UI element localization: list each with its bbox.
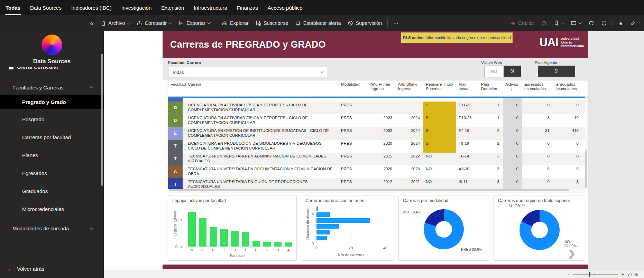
sidebar-item-graduados[interactable]: Graduados — [0, 184, 104, 198]
x-tick-label: J — [231, 248, 239, 252]
favorite-button[interactable]: ★ — [615, 20, 627, 27]
column-header-modalidad[interactable]: Modalidad — [339, 80, 368, 96]
table-row[interactable]: TLICENCIATURA EN PRODUCCIÓN DE SIMULADOR… — [168, 140, 588, 153]
sidebar-item-carreras-por-facultad[interactable]: Carreras por facultad — [0, 130, 104, 144]
sidebar-item-posgrado[interactable]: Posgrado — [0, 112, 104, 126]
visible-web-si-button[interactable]: SI — [504, 66, 521, 77]
scrollbar-thumb[interactable] — [169, 189, 569, 191]
bookmark-icon — [554, 20, 559, 26]
column-header-plan-actual[interactable]: Plan actual — [456, 80, 479, 96]
column-header-plan-duracion[interactable]: Plan Duración — [479, 80, 503, 96]
bar-duracion-5[interactable] — [316, 212, 330, 217]
bar-P[interactable] — [210, 227, 217, 247]
archivo-label: Archivo — [108, 20, 125, 26]
column-header-facultad[interactable]: Facultad — [168, 80, 185, 96]
modalidad-cell: PRES — [339, 178, 368, 189]
table-row[interactable]: TTECNICATURA UNIVERSITARIA EN ADMINISTRA… — [168, 153, 588, 165]
table-row[interactable]: ELICENCIATURA EN GESTIÓN DE INSTITUCIONE… — [168, 127, 588, 140]
copilot-button[interactable]: Copilot — [507, 20, 537, 26]
donut-chart[interactable] — [519, 210, 560, 250]
column-header-carrera[interactable]: Carrera — [185, 80, 339, 96]
archivo-menu[interactable]: Archivo — [97, 15, 133, 31]
suscribirse-button[interactable]: Suscribirse — [252, 15, 292, 31]
collapse-sidebar-icon[interactable]: « — [86, 19, 97, 27]
tab-data-sources[interactable]: Data Sources — [25, 0, 66, 15]
sidebar-item-planes[interactable]: Planes — [0, 148, 104, 162]
egresados-cell: 0 — [522, 178, 553, 189]
slider-thumb[interactable] — [589, 272, 590, 277]
bar-T[interactable] — [220, 229, 228, 247]
bar-D[interactable] — [274, 242, 282, 247]
pencil-icon — [630, 20, 636, 26]
bar-duracion-2[interactable] — [316, 230, 330, 234]
bar-I[interactable] — [242, 232, 249, 247]
activos-cell: 0 — [503, 165, 522, 178]
table-horizontal-scrollbar[interactable] — [168, 189, 585, 192]
view-button[interactable] — [567, 20, 585, 26]
bar-duracion-4[interactable] — [316, 218, 370, 223]
bar-A[interactable] — [285, 242, 292, 247]
supervision-button[interactable]: Supervisión — [344, 15, 385, 31]
column-header-requiere-titulo-superior[interactable]: Requiere Título Superior — [423, 80, 456, 96]
sidebar-item-egresados[interactable]: Egresados — [0, 166, 104, 180]
column-header-anio-ultimo-ingreso[interactable]: Año Último Ingreso — [396, 80, 423, 96]
visible-web-no-button[interactable]: NO — [485, 66, 503, 77]
more-options-button[interactable]: ··· — [390, 15, 402, 31]
zoom-in-button[interactable]: + — [622, 272, 624, 277]
sidebar-item-modalidades-de-cursada[interactable]: Modalidades de cursada — [0, 221, 104, 233]
table-row[interactable]: ITECNICATURA UNIVERSITARIA EN GUIÓN DE P… — [168, 178, 588, 189]
zoom-slider[interactable] — [573, 272, 618, 277]
facultad-carrera-dropdown[interactable]: Todas — [168, 67, 327, 77]
scrollbar-thumb[interactable] — [585, 150, 587, 188]
sidebar-item-oferta-curricular[interactable]: Oferta Curricular — [0, 67, 104, 74]
bar-J[interactable] — [231, 231, 239, 247]
report-toolbar: « Archivo Compartir Exportar Explorar Su… — [0, 15, 644, 31]
tab-infraestructura[interactable]: Infraestructura — [189, 0, 232, 15]
table-row[interactable]: DLICENCIATURA EN ACTIVIDAD FÍSICA Y DEPO… — [168, 102, 588, 114]
chart-legajos-activos-por-facultad: Legajos activos por facultad Legajos act… — [168, 195, 297, 261]
bar-M[interactable] — [188, 212, 196, 247]
binoculars-icon — [222, 20, 228, 26]
bar-duracion-3[interactable] — [316, 224, 339, 229]
column-header-anio-primer-ingreso[interactable]: Año Primer Ingreso — [368, 80, 396, 96]
reset-button[interactable] — [537, 20, 550, 26]
plan-duracion-cell: 1 — [479, 102, 503, 114]
sidebar-item-pregrado-y-grado[interactable]: Pregrado y Grado — [0, 95, 104, 109]
tab-extension[interactable]: Extensión — [156, 0, 189, 15]
column-header-graduados-acumulados[interactable]: Graduados acumulados — [553, 80, 582, 96]
plan-vigente-si-button[interactable]: SI — [538, 66, 575, 77]
bar-H[interactable] — [263, 242, 271, 247]
comments-button[interactable] — [598, 20, 610, 26]
explorar-button[interactable]: Explorar — [218, 15, 252, 31]
graduados-cell: 416 — [553, 127, 582, 140]
column-header-activos[interactable]: Activos ▼ — [503, 80, 522, 96]
tab-todas[interactable]: Todas — [1, 0, 25, 15]
bookmarks-button[interactable] — [550, 20, 567, 26]
bar-C[interactable] — [199, 218, 206, 247]
compartir-menu[interactable]: Compartir — [133, 15, 175, 31]
establecer-alerta-button[interactable]: Establecer alerta — [292, 15, 344, 31]
sidebar-item-microcredenciales[interactable]: Microcredenciales — [0, 202, 104, 216]
refresh-button[interactable] — [585, 20, 598, 26]
back-button[interactable]: ← Volver atrás — [0, 263, 111, 275]
sidebar-scrollbar[interactable] — [101, 54, 103, 186]
bar-E[interactable] — [252, 241, 260, 247]
tab-finanzas[interactable]: Finanzas — [232, 0, 263, 15]
edit-button[interactable] — [627, 20, 639, 26]
next-page-arrow[interactable]: › — [568, 241, 576, 264]
column-header-egresados-acumulados[interactable]: Egresados acumulados — [522, 80, 553, 96]
requiere-titulo-cell: NO — [423, 153, 456, 165]
donut-chart[interactable] — [424, 209, 464, 249]
sidebar-item-facultades-y-carreras[interactable]: Facultades y Carreras — [0, 80, 104, 95]
table-row[interactable]: DLICENCIATURA EN ACTIVIDAD FÍSICA Y DEPO… — [168, 114, 588, 127]
exportar-menu[interactable]: Exportar — [175, 15, 214, 31]
table-row[interactable]: ATECNICATURA UNIVERSITARIA EN DOCUMENTAC… — [168, 165, 588, 178]
bar-duracion-6[interactable] — [316, 207, 318, 211]
tab-indicadores-ibc[interactable]: Indicadores (IBC) — [66, 0, 117, 15]
x-tick-label: C — [199, 248, 206, 252]
bar-duracion-1[interactable] — [316, 236, 327, 240]
zoom-out-button[interactable]: - — [568, 272, 569, 277]
table-vertical-scrollbar[interactable] — [585, 96, 588, 189]
tab-acceso-publico[interactable]: Acceso público — [263, 0, 307, 15]
tab-investigacion[interactable]: Investigación — [117, 0, 157, 15]
